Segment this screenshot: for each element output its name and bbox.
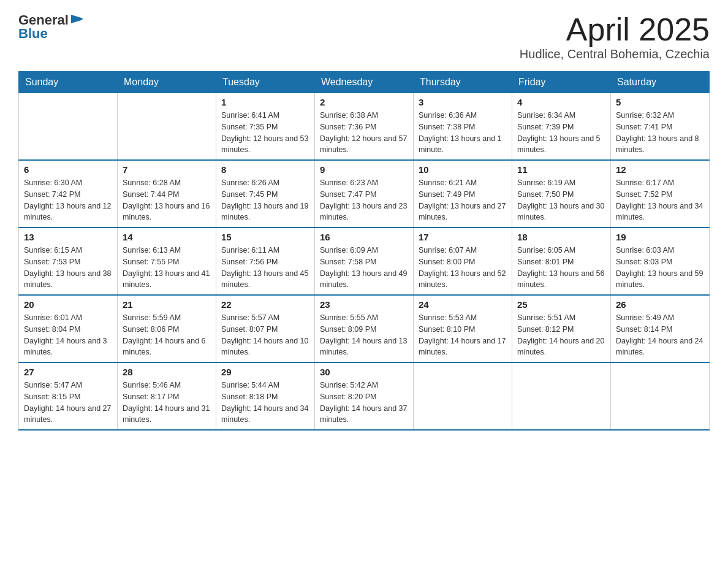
day-number: 16 (320, 232, 408, 242)
day-number: 19 (616, 232, 704, 242)
day-info: Sunrise: 6:19 AMSunset: 7:50 PMDaylight:… (517, 177, 605, 223)
calendar-day-cell: 6Sunrise: 6:30 AMSunset: 7:42 PMDaylight… (19, 160, 118, 228)
day-number: 11 (517, 164, 605, 175)
day-number: 22 (221, 299, 309, 310)
calendar-day-cell: 29Sunrise: 5:44 AMSunset: 8:18 PMDayligh… (216, 362, 315, 430)
day-info: Sunrise: 5:47 AMSunset: 8:15 PMDaylight:… (24, 380, 112, 426)
day-number: 3 (419, 97, 507, 107)
day-info: Sunrise: 6:13 AMSunset: 7:55 PMDaylight:… (123, 245, 211, 291)
day-number: 10 (419, 164, 507, 175)
day-number: 13 (24, 232, 112, 242)
day-number: 2 (320, 97, 408, 107)
day-info: Sunrise: 6:21 AMSunset: 7:49 PMDaylight:… (419, 177, 507, 223)
day-number: 21 (123, 299, 211, 310)
day-info: Sunrise: 6:03 AMSunset: 8:03 PMDaylight:… (616, 245, 704, 291)
calendar-day-cell: 4Sunrise: 6:34 AMSunset: 7:39 PMDaylight… (512, 93, 611, 161)
day-number: 26 (616, 299, 704, 310)
day-number: 1 (221, 97, 309, 107)
calendar-day-cell: 2Sunrise: 6:38 AMSunset: 7:36 PMDaylight… (315, 93, 414, 161)
day-info: Sunrise: 5:44 AMSunset: 8:18 PMDaylight:… (221, 380, 309, 426)
day-number: 5 (616, 97, 704, 107)
day-number: 27 (24, 367, 112, 377)
logo-text-blue: Blue (18, 26, 48, 42)
day-number: 12 (616, 164, 704, 175)
calendar-week-row: 27Sunrise: 5:47 AMSunset: 8:15 PMDayligh… (19, 362, 710, 430)
calendar-day-cell: 11Sunrise: 6:19 AMSunset: 7:50 PMDayligh… (512, 160, 611, 228)
calendar-day-cell (512, 362, 611, 430)
calendar-day-cell: 26Sunrise: 5:49 AMSunset: 8:14 PMDayligh… (611, 295, 710, 362)
day-number: 15 (221, 232, 309, 242)
day-info: Sunrise: 6:07 AMSunset: 8:00 PMDaylight:… (419, 245, 507, 291)
calendar-day-cell: 5Sunrise: 6:32 AMSunset: 7:41 PMDaylight… (611, 93, 710, 161)
page-title: April 2025 (520, 12, 710, 47)
logo: General Blue (18, 12, 86, 42)
logo-flag-icon (70, 12, 86, 28)
day-info: Sunrise: 6:36 AMSunset: 7:38 PMDaylight:… (419, 110, 507, 156)
day-info: Sunrise: 6:34 AMSunset: 7:39 PMDaylight:… (517, 110, 605, 156)
day-info: Sunrise: 5:46 AMSunset: 8:17 PMDaylight:… (123, 380, 211, 426)
day-info: Sunrise: 6:15 AMSunset: 7:53 PMDaylight:… (24, 245, 112, 291)
calendar-day-cell: 9Sunrise: 6:23 AMSunset: 7:47 PMDaylight… (315, 160, 414, 228)
day-number: 17 (419, 232, 507, 242)
calendar-day-cell: 8Sunrise: 6:26 AMSunset: 7:45 PMDaylight… (216, 160, 315, 228)
day-info: Sunrise: 6:28 AMSunset: 7:44 PMDaylight:… (123, 177, 211, 223)
calendar-day-cell: 24Sunrise: 5:53 AMSunset: 8:10 PMDayligh… (414, 295, 512, 362)
day-number: 29 (221, 367, 309, 377)
day-number: 25 (517, 299, 605, 310)
calendar-day-cell: 1Sunrise: 6:41 AMSunset: 7:35 PMDaylight… (216, 93, 315, 161)
day-number: 7 (123, 164, 211, 175)
calendar-day-cell: 10Sunrise: 6:21 AMSunset: 7:49 PMDayligh… (414, 160, 512, 228)
weekday-header: Sunday (19, 72, 118, 93)
weekday-header: Wednesday (315, 72, 414, 93)
calendar-week-row: 20Sunrise: 6:01 AMSunset: 8:04 PMDayligh… (19, 295, 710, 362)
weekday-header: Tuesday (216, 72, 315, 93)
day-number: 30 (320, 367, 408, 377)
calendar-header-row: SundayMondayTuesdayWednesdayThursdayFrid… (19, 72, 710, 93)
calendar-day-cell (118, 93, 216, 161)
day-number: 24 (419, 299, 507, 310)
day-info: Sunrise: 6:41 AMSunset: 7:35 PMDaylight:… (221, 110, 309, 156)
day-info: Sunrise: 6:30 AMSunset: 7:42 PMDaylight:… (24, 177, 112, 223)
day-info: Sunrise: 5:53 AMSunset: 8:10 PMDaylight:… (419, 312, 507, 358)
day-info: Sunrise: 5:59 AMSunset: 8:06 PMDaylight:… (123, 312, 211, 358)
calendar-table: SundayMondayTuesdayWednesdayThursdayFrid… (18, 71, 710, 431)
day-info: Sunrise: 6:17 AMSunset: 7:52 PMDaylight:… (616, 177, 704, 223)
calendar-week-row: 13Sunrise: 6:15 AMSunset: 7:53 PMDayligh… (19, 228, 710, 295)
calendar-day-cell: 23Sunrise: 5:55 AMSunset: 8:09 PMDayligh… (315, 295, 414, 362)
calendar-day-cell: 17Sunrise: 6:07 AMSunset: 8:00 PMDayligh… (414, 228, 512, 295)
calendar-day-cell (414, 362, 512, 430)
calendar-week-row: 6Sunrise: 6:30 AMSunset: 7:42 PMDaylight… (19, 160, 710, 228)
day-info: Sunrise: 6:26 AMSunset: 7:45 PMDaylight:… (221, 177, 309, 223)
day-info: Sunrise: 6:38 AMSunset: 7:36 PMDaylight:… (320, 110, 408, 156)
day-number: 28 (123, 367, 211, 377)
day-info: Sunrise: 5:57 AMSunset: 8:07 PMDaylight:… (221, 312, 309, 358)
day-info: Sunrise: 6:01 AMSunset: 8:04 PMDaylight:… (24, 312, 112, 358)
day-number: 4 (517, 97, 605, 107)
day-info: Sunrise: 6:23 AMSunset: 7:47 PMDaylight:… (320, 177, 408, 223)
day-info: Sunrise: 6:05 AMSunset: 8:01 PMDaylight:… (517, 245, 605, 291)
calendar-day-cell: 28Sunrise: 5:46 AMSunset: 8:17 PMDayligh… (118, 362, 216, 430)
calendar-day-cell: 27Sunrise: 5:47 AMSunset: 8:15 PMDayligh… (19, 362, 118, 430)
calendar-day-cell (611, 362, 710, 430)
page-header: General Blue April 2025 Hudlice, Central… (18, 12, 710, 61)
weekday-header: Saturday (611, 72, 710, 93)
calendar-day-cell: 16Sunrise: 6:09 AMSunset: 7:58 PMDayligh… (315, 228, 414, 295)
day-number: 9 (320, 164, 408, 175)
day-number: 14 (123, 232, 211, 242)
calendar-day-cell: 3Sunrise: 6:36 AMSunset: 7:38 PMDaylight… (414, 93, 512, 161)
calendar-day-cell: 13Sunrise: 6:15 AMSunset: 7:53 PMDayligh… (19, 228, 118, 295)
day-info: Sunrise: 5:51 AMSunset: 8:12 PMDaylight:… (517, 312, 605, 358)
calendar-day-cell: 7Sunrise: 6:28 AMSunset: 7:44 PMDaylight… (118, 160, 216, 228)
day-number: 8 (221, 164, 309, 175)
calendar-day-cell (19, 93, 118, 161)
calendar-day-cell: 21Sunrise: 5:59 AMSunset: 8:06 PMDayligh… (118, 295, 216, 362)
calendar-day-cell: 22Sunrise: 5:57 AMSunset: 8:07 PMDayligh… (216, 295, 315, 362)
day-number: 18 (517, 232, 605, 242)
calendar-day-cell: 30Sunrise: 5:42 AMSunset: 8:20 PMDayligh… (315, 362, 414, 430)
calendar-day-cell: 18Sunrise: 6:05 AMSunset: 8:01 PMDayligh… (512, 228, 611, 295)
weekday-header: Thursday (414, 72, 512, 93)
day-info: Sunrise: 6:09 AMSunset: 7:58 PMDaylight:… (320, 245, 408, 291)
day-info: Sunrise: 6:32 AMSunset: 7:41 PMDaylight:… (616, 110, 704, 156)
weekday-header: Friday (512, 72, 611, 93)
day-number: 6 (24, 164, 112, 175)
